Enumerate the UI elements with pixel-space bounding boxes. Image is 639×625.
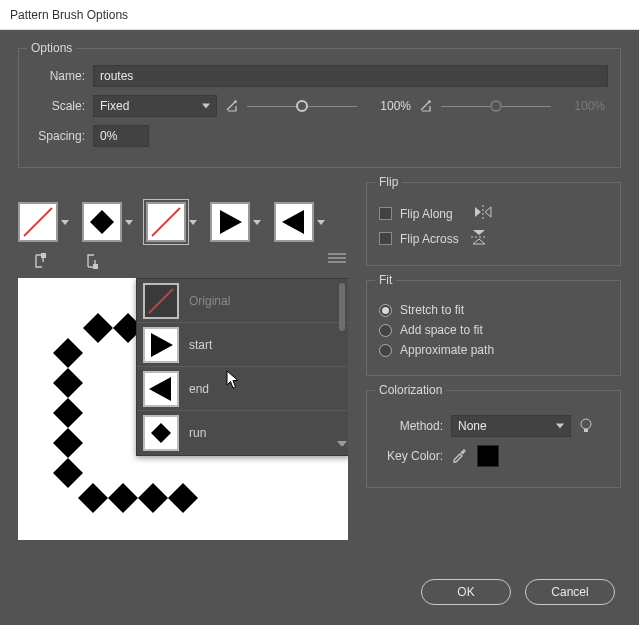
colorization-legend: Colorization: [375, 383, 446, 397]
svg-rect-35: [584, 429, 588, 432]
titlebar: Pattern Brush Options: [0, 0, 639, 30]
svg-marker-16: [53, 368, 83, 398]
list-view-icon[interactable]: [328, 250, 348, 264]
colorization-group: Colorization Method: None Key Color:: [366, 390, 621, 488]
scale-link-icon-left[interactable]: [225, 99, 239, 113]
tile-inner-corner[interactable]: [146, 202, 186, 242]
svg-marker-4: [282, 210, 304, 234]
dd-label-end: end: [189, 382, 209, 396]
svg-marker-23: [168, 483, 198, 513]
svg-marker-1: [90, 210, 114, 234]
svg-marker-25: [151, 333, 173, 357]
tile-side[interactable]: [82, 202, 122, 242]
tile-end[interactable]: [274, 202, 314, 242]
flip-along-checkbox[interactable]: [379, 207, 392, 220]
flip-across-checkbox[interactable]: [379, 232, 392, 245]
brush-preview: Original start end: [18, 278, 348, 540]
flip-along-icon: [473, 205, 493, 222]
scale-label: Scale:: [31, 99, 85, 113]
svg-marker-17: [53, 398, 83, 428]
dd-swatch-end: [143, 371, 179, 407]
tile-dropdown-panel: Original start end: [136, 278, 348, 456]
corner-mode-b-icon[interactable]: [84, 250, 108, 272]
svg-marker-31: [473, 230, 485, 235]
dialog-body: Options Name: Scale: Fixed 100%: [0, 30, 639, 625]
tips-icon[interactable]: [579, 418, 595, 434]
tile-row: [18, 202, 348, 242]
options-group: Options Name: Scale: Fixed 100%: [18, 48, 621, 168]
fit-stretch-radio[interactable]: [379, 304, 392, 317]
tile-side-dd[interactable]: [124, 202, 134, 242]
options-legend: Options: [27, 41, 76, 55]
svg-line-2: [152, 208, 180, 236]
svg-rect-5: [41, 253, 46, 258]
keycolor-label: Key Color:: [379, 449, 443, 463]
scale-value-1[interactable]: 100%: [365, 99, 411, 113]
svg-marker-18: [53, 428, 83, 458]
fit-addspace-label: Add space to fit: [400, 323, 483, 337]
flip-across-label: Flip Across: [400, 232, 459, 246]
svg-line-24: [149, 289, 173, 313]
fit-group: Fit Stretch to fit Add space to fit Appr…: [366, 280, 621, 376]
flip-along-label: Flip Along: [400, 207, 453, 221]
name-input[interactable]: [93, 65, 608, 87]
svg-line-0: [24, 208, 52, 236]
svg-rect-6: [93, 264, 98, 269]
svg-marker-30: [485, 207, 491, 217]
svg-point-34: [581, 419, 591, 429]
dd-item-start[interactable]: start: [137, 323, 348, 367]
scale-slider-2: [441, 106, 551, 107]
fit-stretch-label: Stretch to fit: [400, 303, 464, 317]
svg-marker-19: [53, 458, 83, 488]
spacing-input[interactable]: [93, 125, 149, 147]
corner-mode-a-icon[interactable]: [32, 250, 56, 272]
method-label: Method:: [379, 419, 443, 433]
cancel-button[interactable]: Cancel: [525, 579, 615, 605]
dd-item-original[interactable]: Original: [137, 279, 348, 323]
svg-marker-15: [53, 338, 83, 368]
dd-item-end[interactable]: end: [137, 367, 348, 411]
tile-outer-corner[interactable]: [18, 202, 58, 242]
keycolor-swatch[interactable]: [477, 445, 499, 467]
flip-legend: Flip: [375, 175, 402, 189]
eyedropper-icon[interactable]: [451, 447, 469, 465]
tile-outer-corner-dd[interactable]: [60, 202, 70, 242]
fit-approximate-radio[interactable]: [379, 344, 392, 357]
dd-label-original: Original: [189, 294, 230, 308]
fit-addspace-radio[interactable]: [379, 324, 392, 337]
scale-value-2: 100%: [559, 99, 605, 113]
tile-start[interactable]: [210, 202, 250, 242]
dialog-window: Pattern Brush Options Options Name: Scal…: [0, 0, 639, 625]
svg-marker-22: [138, 483, 168, 513]
tile-inner-corner-dd[interactable]: [188, 202, 198, 242]
tile-end-dd[interactable]: [316, 202, 326, 242]
dd-scrollbar[interactable]: [337, 283, 347, 451]
dd-label-start: start: [189, 338, 212, 352]
fit-legend: Fit: [375, 273, 396, 287]
dd-label-run: run: [189, 426, 206, 440]
name-label: Name:: [31, 69, 85, 83]
svg-marker-33: [473, 239, 485, 244]
scale-link-icon-right[interactable]: [419, 99, 433, 113]
svg-marker-27: [151, 423, 171, 443]
spacing-label: Spacing:: [31, 129, 85, 143]
dd-swatch-start: [143, 327, 179, 363]
dd-swatch-run: [143, 415, 179, 451]
flip-group: Flip Flip Along Flip Across: [366, 182, 621, 266]
fit-approximate-label: Approximate path: [400, 343, 494, 357]
scale-mode-select[interactable]: Fixed: [93, 95, 217, 117]
method-select[interactable]: None: [451, 415, 571, 437]
svg-marker-3: [220, 210, 242, 234]
svg-marker-26: [149, 377, 171, 401]
window-title: Pattern Brush Options: [10, 8, 128, 22]
svg-marker-20: [78, 483, 108, 513]
flip-across-icon: [471, 228, 487, 249]
scale-slider-1[interactable]: [247, 106, 357, 107]
tile-start-dd[interactable]: [252, 202, 262, 242]
dd-item-run[interactable]: run: [137, 411, 348, 455]
svg-marker-28: [475, 207, 481, 217]
svg-marker-14: [83, 313, 113, 343]
ok-button[interactable]: OK: [421, 579, 511, 605]
svg-marker-21: [108, 483, 138, 513]
dd-swatch-original: [143, 283, 179, 319]
